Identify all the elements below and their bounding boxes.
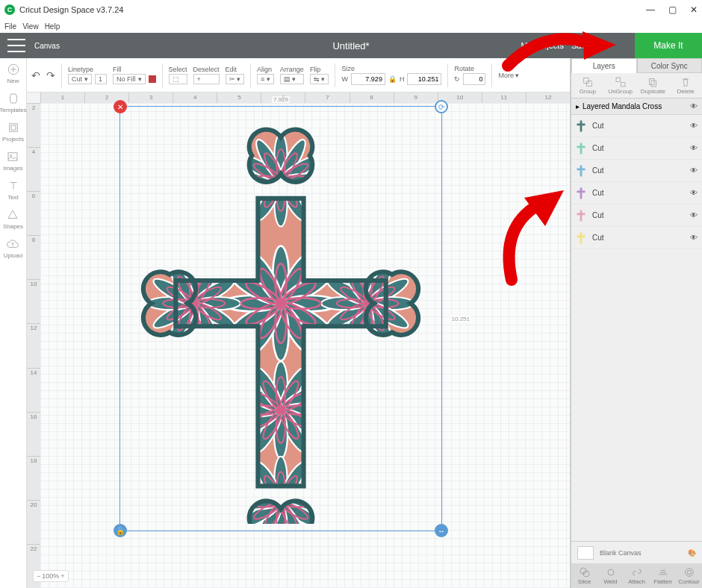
make-it-button[interactable]: Make It — [635, 33, 702, 58]
layers-panel: Layers Color Sync Group UnGroup Duplicat… — [571, 58, 702, 588]
projects-button[interactable]: Projects — [2, 121, 24, 143]
annotation-arrow-icon — [493, 183, 575, 287]
redo-button[interactable]: ↷ — [46, 69, 55, 81]
top-toolbar: ↶ ↷ Linetype Cut ▾ 1 Fill No Fill ▾ Sele… — [27, 58, 570, 93]
layer-label: Cut — [592, 211, 604, 219]
tab-colorsync[interactable]: Color Sync — [637, 58, 703, 73]
arrange-dropdown[interactable]: ▤ ▾ — [280, 74, 304, 84]
projects-label: Projects — [2, 136, 24, 143]
hamburger-icon[interactable] — [7, 39, 25, 52]
duplicate-button[interactable]: Duplicate — [637, 73, 670, 98]
project-name[interactable]: Untitled* — [332, 40, 369, 51]
zoom-in-button[interactable]: + — [60, 572, 64, 580]
edit-label: Edit — [226, 66, 245, 73]
weld-button[interactable]: Weld — [597, 563, 624, 588]
upload-label: Upload — [4, 252, 22, 259]
sidebar: New Templates Projects Images Text Shape… — [0, 58, 27, 588]
width-dim-label: 7.929 — [272, 96, 290, 103]
edit-button[interactable]: ✂ ▾ — [226, 74, 245, 84]
eye-icon[interactable]: 👁 — [690, 166, 698, 175]
slice-button[interactable]: Slice — [571, 563, 597, 588]
eye-icon[interactable]: 👁 — [690, 189, 698, 197]
shapes-button[interactable]: Shapes — [3, 208, 23, 230]
svg-rect-13 — [650, 78, 655, 84]
lock-aspect-icon[interactable]: 🔒 — [388, 75, 397, 83]
selection-box[interactable]: ✕ ⟳ 🔒 ↔ 7.929 10.251 — [119, 106, 442, 531]
eye-icon[interactable]: 👁 — [690, 102, 698, 110]
layer-row[interactable]: Cut 👁 — [571, 115, 702, 137]
menu-file[interactable]: File — [4, 22, 16, 31]
app-title: Cricut Design Space v3.7.24 — [19, 5, 123, 14]
delete-button[interactable]: Delete — [669, 73, 702, 98]
svg-rect-12 — [621, 83, 624, 87]
palette-icon[interactable]: 🎨 — [688, 549, 696, 557]
window-close-button[interactable]: ✕ — [690, 4, 698, 15]
menu-help[interactable]: Help — [45, 22, 60, 31]
layer-row[interactable]: Cut 👁 — [571, 182, 702, 204]
layer-label: Cut — [592, 122, 604, 130]
svg-rect-3 — [8, 153, 17, 161]
layer-group-header[interactable]: ▸ Layered Mandala Cross👁 — [571, 98, 702, 115]
w-label: W — [341, 75, 348, 83]
flip-dropdown[interactable]: ⇋ ▾ — [310, 74, 329, 84]
layer-label: Cut — [592, 234, 604, 242]
rotate-handle-icon[interactable]: ⟳ — [435, 100, 448, 113]
eye-icon[interactable]: 👁 — [690, 234, 698, 242]
align-dropdown[interactable]: ≡ ▾ — [257, 74, 274, 84]
window-maximize-button[interactable]: ▢ — [668, 4, 677, 15]
new-button[interactable]: New — [7, 63, 20, 84]
resize-handle-icon[interactable]: ↔ — [435, 524, 448, 537]
window-minimize-button[interactable]: — — [646, 4, 655, 15]
fill-dropdown[interactable]: No Fill ▾ — [113, 74, 146, 84]
menu-view[interactable]: View — [22, 22, 39, 31]
contour-button[interactable]: Contour — [676, 563, 702, 588]
images-label: Images — [3, 165, 22, 172]
annotation-arrow-icon — [500, 21, 620, 81]
rotate-icon: ↻ — [454, 75, 460, 83]
svg-point-4 — [10, 154, 12, 156]
blank-canvas-row[interactable]: Blank Canvas🎨 — [571, 541, 702, 563]
height-input[interactable] — [407, 73, 441, 85]
layer-row[interactable]: Cut 👁 — [571, 137, 702, 160]
arrange-label: Arrange — [280, 66, 304, 73]
attach-button[interactable]: Attach — [624, 563, 650, 588]
size-label: Size — [341, 65, 441, 72]
ruler-vertical: 246810121416182022 — [27, 103, 40, 588]
layer-row[interactable]: Cut 👁 — [571, 160, 702, 182]
zoom-out-button[interactable]: − — [37, 572, 40, 580]
delete-handle-icon[interactable]: ✕ — [114, 100, 127, 113]
templates-button[interactable]: Templates — [0, 92, 27, 113]
eye-icon[interactable]: 👁 — [690, 211, 698, 219]
svg-marker-5 — [8, 210, 17, 219]
deselect-label: Deselect — [193, 66, 220, 73]
templates-label: Templates — [0, 107, 27, 113]
zoom-control[interactable]: − 100% + — [33, 570, 69, 582]
eye-icon[interactable]: 👁 — [690, 144, 698, 152]
linetype-label: Linetype — [68, 66, 107, 73]
cross-icon — [576, 164, 586, 178]
deselect-button[interactable]: + — [193, 74, 220, 84]
images-button[interactable]: Images — [3, 150, 22, 172]
rotate-input[interactable] — [463, 73, 485, 85]
select-label: Select — [169, 66, 187, 73]
svg-point-17 — [685, 569, 693, 577]
align-label: Align — [257, 66, 274, 73]
upload-button[interactable]: Upload — [4, 237, 22, 259]
svg-point-18 — [687, 570, 691, 574]
canvas-label: Canvas — [34, 42, 60, 50]
linetype-dropdown[interactable]: Cut ▾ — [68, 74, 92, 84]
canvas[interactable]: 123456789101112 246810121416182022 — [27, 93, 570, 588]
layer-row[interactable]: Cut 👁 — [571, 227, 702, 249]
color-swatch[interactable] — [149, 75, 156, 83]
text-button[interactable]: Text — [7, 179, 20, 201]
undo-button[interactable]: ↶ — [31, 69, 40, 81]
eye-icon[interactable]: 👁 — [690, 122, 698, 130]
width-input[interactable] — [351, 73, 385, 85]
cross-icon — [576, 187, 586, 200]
lineweight-dropdown[interactable]: 1 — [95, 74, 107, 84]
select-button[interactable]: ⬚ — [169, 74, 187, 84]
lock-handle-icon[interactable]: 🔒 — [114, 524, 127, 537]
svg-marker-19 — [583, 31, 616, 60]
layer-row[interactable]: Cut 👁 — [571, 204, 702, 227]
flatten-button[interactable]: Flatten — [650, 563, 676, 588]
